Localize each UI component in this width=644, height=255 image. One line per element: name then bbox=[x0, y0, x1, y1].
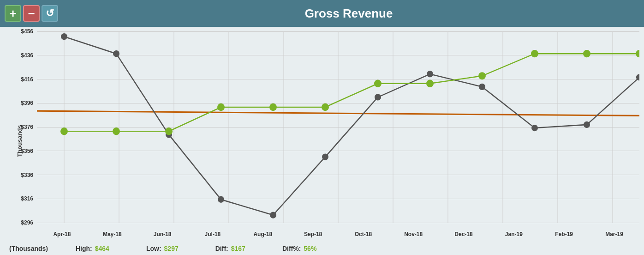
chart-svg bbox=[37, 31, 639, 223]
gray-dot-oct18 bbox=[375, 94, 381, 100]
x-label-jul18: Jul-18 bbox=[187, 231, 238, 237]
x-label-may18: May-18 bbox=[87, 231, 137, 237]
gray-dot-jan19 bbox=[531, 125, 538, 131]
diffpct-label: Diff%: bbox=[282, 245, 301, 252]
y-label-456: $456 bbox=[6, 28, 33, 35]
gray-dot-nov18 bbox=[427, 71, 433, 77]
x-label-dec18: Dec-18 bbox=[439, 231, 489, 237]
zoom-out-button[interactable]: − bbox=[23, 5, 40, 22]
header-controls: + − ↺ bbox=[5, 5, 58, 22]
chart-area: Thousands $456 $436 $416 $396 bbox=[0, 27, 644, 255]
gray-dot-apr18 bbox=[61, 33, 67, 40]
diff-label: Diff: bbox=[215, 245, 228, 252]
reset-button[interactable]: ↺ bbox=[42, 5, 58, 22]
y-label-376: $376 bbox=[6, 124, 33, 130]
gray-dot-jul18 bbox=[218, 196, 224, 203]
y-label-296: $296 bbox=[6, 219, 33, 226]
low-label: Low: bbox=[146, 245, 161, 252]
gray-dot-may18 bbox=[113, 50, 119, 57]
x-label-aug18: Aug-18 bbox=[238, 231, 288, 237]
green-dot-dec18 bbox=[478, 72, 486, 79]
zoom-in-button[interactable]: + bbox=[5, 5, 21, 22]
y-label-356: $356 bbox=[6, 148, 33, 154]
green-dot-sep18 bbox=[322, 103, 329, 111]
gray-line bbox=[64, 36, 639, 215]
gray-dot-sep18 bbox=[322, 153, 328, 160]
header: + − ↺ Gross Revenue bbox=[0, 0, 644, 27]
gray-dot-dec18 bbox=[479, 84, 485, 90]
y-label-396: $396 bbox=[6, 100, 33, 106]
x-label-apr18: Apr-18 bbox=[37, 231, 87, 237]
green-dot-feb19 bbox=[583, 50, 590, 57]
green-dot-mar19 bbox=[636, 50, 639, 57]
y-label-416: $416 bbox=[6, 76, 33, 83]
green-line bbox=[64, 54, 639, 131]
chart-title: Gross Revenue bbox=[58, 6, 639, 21]
diff-value: $167 bbox=[231, 245, 245, 252]
y-label-436: $436 bbox=[6, 52, 33, 59]
x-label-nov18: Nov-18 bbox=[388, 231, 439, 237]
x-label-feb19: Feb-19 bbox=[539, 231, 589, 237]
low-value: $297 bbox=[164, 245, 179, 252]
green-dot-jan19 bbox=[531, 50, 538, 57]
green-dot-jul18 bbox=[217, 103, 225, 111]
green-dot-aug18 bbox=[269, 103, 277, 111]
x-label-mar19: Mar-19 bbox=[589, 231, 639, 237]
x-label-jun18: Jun-18 bbox=[137, 231, 188, 237]
y-label-336: $336 bbox=[6, 172, 33, 178]
diffpct-value: 56% bbox=[304, 245, 316, 252]
x-axis-labels: Apr-18 May-18 Jun-18 Jul-18 Aug-18 Sep-1… bbox=[37, 231, 639, 237]
high-label: High: bbox=[76, 245, 92, 252]
green-dot-may18 bbox=[113, 128, 120, 135]
y-label-316: $316 bbox=[6, 195, 33, 202]
high-value: $464 bbox=[95, 245, 109, 252]
green-dot-nov18 bbox=[426, 80, 434, 87]
gray-dot-feb19 bbox=[584, 121, 590, 128]
gray-dot-aug18 bbox=[270, 212, 276, 218]
green-dot-apr18 bbox=[60, 128, 68, 135]
green-dot-jun18 bbox=[165, 128, 173, 135]
footer-stats: (Thousands) High: $464 Low: $297 Diff: $… bbox=[0, 245, 644, 252]
x-label-jan19: Jan-19 bbox=[489, 231, 539, 237]
x-label-sep18: Sep-18 bbox=[288, 231, 338, 237]
green-dot-oct18 bbox=[374, 80, 382, 87]
x-label-oct18: Oct-18 bbox=[338, 231, 388, 237]
thousands-label: (Thousands) bbox=[9, 245, 48, 252]
